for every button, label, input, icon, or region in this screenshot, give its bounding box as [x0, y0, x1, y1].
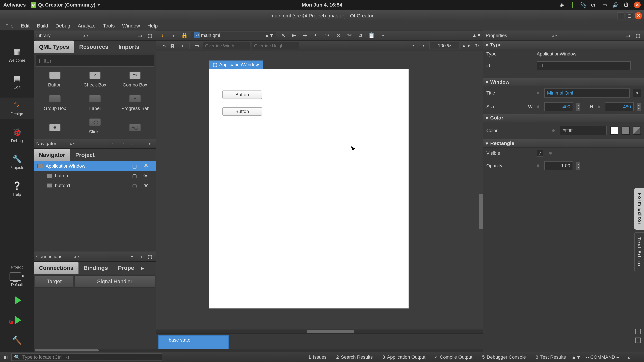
tab-properties[interactable]: Prope — [113, 262, 139, 274]
locked-icon[interactable]: 🔒 — [180, 32, 189, 39]
output-close-button[interactable]: ▢ — [634, 354, 642, 361]
visibility-icon[interactable]: 👁 — [144, 183, 148, 189]
language-indicator[interactable]: en — [591, 2, 597, 8]
lib-item-label[interactable]: —Label — [75, 92, 115, 115]
chevron-updown-icon[interactable]: ▲▼ — [74, 255, 80, 258]
override-width-input[interactable] — [203, 42, 250, 49]
bound-indicator-icon[interactable] — [598, 105, 600, 108]
output-expand-button[interactable]: ▴ — [624, 354, 632, 361]
close-button[interactable]: ✕ — [634, 12, 642, 19]
mode-debug[interactable]: 🐞 Debug — [0, 124, 34, 146]
export-icon[interactable]: ▢ — [132, 183, 137, 189]
nav-more-button[interactable]: » — [146, 140, 154, 147]
pane-debugger[interactable]: 5Debugger Console — [478, 355, 530, 360]
screen-icon[interactable]: ▭ — [602, 2, 608, 8]
anchors-tool-button[interactable]: ⟟ — [178, 42, 186, 49]
section-type[interactable]: ▾Type — [483, 40, 644, 49]
menu-analyze[interactable]: Analyze — [74, 21, 99, 30]
reset-view-button[interactable]: ↻ — [473, 42, 481, 49]
build-button[interactable]: 🔨 — [12, 332, 22, 352]
lib-item-radio[interactable]: ◉ — [35, 115, 75, 139]
mode-edit[interactable]: ▤ Edit — [0, 71, 34, 92]
run-debug-button[interactable]: 🐞 — [12, 314, 21, 327]
id-input[interactable] — [537, 61, 630, 70]
visibility-icon[interactable]: 👁 — [144, 173, 148, 179]
color-swatch-grey[interactable] — [622, 126, 630, 135]
mode-design[interactable]: ✎ Design — [0, 97, 34, 119]
artboard-label[interactable]: ▢ ApplicationWindow — [209, 60, 263, 69]
canvas-v-scrollbar[interactable] — [479, 194, 483, 229]
conn-remove-button[interactable]: − — [128, 253, 136, 260]
chevron-updown-icon[interactable]: ▲▼ — [552, 34, 558, 37]
nav-up-button[interactable]: ↑ — [137, 140, 144, 147]
opacity-spinner[interactable]: ▴▾ — [576, 162, 580, 170]
width-spinner[interactable]: ▴▾ — [576, 103, 580, 111]
override-height-input[interactable] — [252, 42, 299, 49]
library-add-button[interactable]: ▭⁺ — [137, 32, 144, 39]
tab-resources[interactable]: Resources — [74, 40, 113, 53]
pane-search[interactable]: 2Search Results — [332, 355, 377, 360]
col-signal-handler[interactable]: Signal Handler — [74, 275, 155, 288]
mode-welcome[interactable]: ▦ Welcome — [0, 44, 34, 66]
tab-navigator[interactable]: Navigator — [34, 149, 70, 161]
maximize-button[interactable]: ▢ — [626, 12, 633, 19]
opacity-input[interactable] — [544, 161, 573, 170]
undo-button[interactable]: ↶ — [312, 32, 321, 39]
open-document-select[interactable]: qml main.qml ▲▼ — [191, 32, 276, 39]
menu-window[interactable]: Window — [118, 21, 144, 30]
zoom-select[interactable]: 100 % — [430, 42, 460, 49]
delete-button[interactable]: ✕ — [334, 32, 343, 39]
connections-scrollbar[interactable] — [34, 349, 156, 352]
pane-compile[interactable]: 4Compile Output — [431, 355, 476, 360]
menu-file[interactable]: File — [2, 21, 17, 30]
bound-indicator-icon[interactable] — [537, 105, 539, 108]
height-input[interactable] — [605, 102, 634, 111]
lib-item-progressbar[interactable]: ━Progress Bar — [115, 92, 155, 115]
chevron-updown-icon[interactable]: ▲▼ — [572, 355, 581, 360]
run-button[interactable] — [12, 292, 21, 309]
visible-checkbox[interactable]: ✓ — [537, 150, 544, 157]
height-spinner[interactable]: ▴▾ — [636, 103, 641, 111]
outdent-button[interactable]: ⇤ — [290, 32, 298, 39]
mode-projects[interactable]: 🔧 Projects — [0, 151, 34, 173]
attachment-icon[interactable]: 📎 — [580, 2, 586, 8]
color-input[interactable] — [560, 126, 607, 135]
side-tab-text-editor[interactable]: Text Editor — [634, 232, 644, 272]
pane-issues[interactable]: 1Issues — [304, 355, 330, 360]
sidebar-toggle-button[interactable]: ◧ — [2, 354, 10, 361]
chevron-updown-icon[interactable]: ▲▼ — [472, 33, 481, 38]
conn-detach-button[interactable]: ▢ — [146, 253, 154, 260]
form-canvas[interactable]: ▢ ApplicationWindow Button Button — [156, 51, 483, 334]
clock[interactable]: Mon Jun 4, 16:54 — [302, 2, 342, 8]
app-menu[interactable]: Qt Creator (Community) — [31, 2, 100, 8]
go-forward-button[interactable]: › — [169, 32, 178, 39]
col-target[interactable]: Target — [35, 275, 74, 288]
activities-button[interactable]: Activities — [3, 2, 26, 8]
chevron-updown-icon[interactable]: ▲▼ — [69, 142, 75, 145]
conn-add-button[interactable]: ＋ — [119, 253, 126, 260]
canvas-color-button[interactable]: ▪ — [410, 42, 418, 49]
tab-bindings[interactable]: Bindings — [78, 262, 113, 274]
export-icon[interactable]: ▢ — [132, 163, 137, 169]
nav-forward-button[interactable]: → — [119, 140, 126, 147]
window-title-input[interactable] — [544, 88, 630, 97]
nav-back-button[interactable]: ← — [110, 140, 118, 147]
lib-item-slider-v[interactable]: ━◯ — [115, 115, 155, 139]
menu-edit[interactable]: Edit — [17, 21, 33, 30]
redo-button[interactable]: ↷ — [323, 32, 332, 39]
canvas-color-dd[interactable]: ▾ — [420, 42, 428, 49]
paste-button[interactable]: 📋 — [367, 32, 376, 39]
tree-row-appwindow[interactable]: ApplicationWindow ▢👁 — [34, 161, 156, 171]
lib-item-combobox[interactable]: ≡▾Combo Box — [115, 68, 155, 92]
indent-button[interactable]: ⇥ — [301, 32, 310, 39]
menu-help[interactable]: Help — [144, 21, 162, 30]
messaging-icon[interactable]: ◉ — [559, 2, 564, 8]
prop-detach-button[interactable]: ▢ — [634, 32, 642, 39]
side-toggle-2[interactable] — [635, 338, 641, 343]
side-tab-form-editor[interactable]: Form Editor — [634, 188, 644, 230]
library-filter-input[interactable] — [36, 55, 154, 66]
bound-indicator-icon[interactable] — [552, 129, 555, 132]
pane-app-output[interactable]: 3Application Output — [378, 355, 429, 360]
menu-build[interactable]: Build — [33, 21, 52, 30]
section-color[interactable]: ▾Color — [483, 114, 644, 122]
